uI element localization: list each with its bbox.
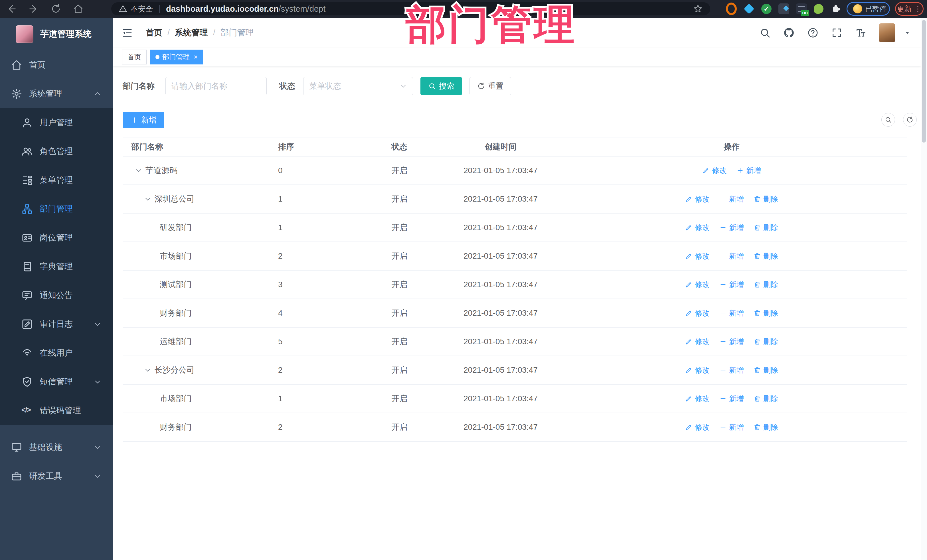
expand-row-icon[interactable] — [144, 366, 152, 374]
edit-row-link[interactable]: 修改 — [685, 365, 710, 375]
toggle-extension-icon[interactable]: on — [796, 3, 807, 14]
profile-paused-chip[interactable]: 已暂停 — [846, 2, 890, 16]
help-icon[interactable] — [807, 27, 819, 38]
sidebar-item-角色管理[interactable]: 角色管理 — [0, 137, 112, 165]
sidebar-item-错误码管理[interactable]: </>错误码管理 — [0, 396, 112, 425]
tab-部门管理[interactable]: 部门管理× — [150, 50, 203, 64]
breadcrumb-item-系统管理[interactable]: 系统管理 — [175, 27, 208, 38]
update-button[interactable]: 更新 ⋮ — [895, 2, 924, 16]
add-child-link[interactable]: 新增 — [719, 365, 744, 375]
delete-row-link[interactable]: 删除 — [754, 422, 778, 432]
sidebar-item-系统管理[interactable]: 系统管理 — [0, 79, 112, 108]
column-header-状态: 状态 — [354, 137, 445, 156]
add-child-link[interactable]: 新增 — [719, 337, 744, 347]
sidebar-item-部门管理[interactable]: 部门管理 — [0, 194, 112, 223]
browser-menu-icon[interactable]: ⋮ — [914, 5, 922, 12]
avatar-caret-icon[interactable] — [904, 29, 911, 36]
add-child-link[interactable]: 新增 — [719, 308, 744, 318]
refresh-table-button[interactable] — [903, 113, 917, 127]
sidebar-item-基础设施[interactable]: 基础设施 — [0, 433, 112, 461]
bookmark-star-icon[interactable] — [693, 4, 703, 14]
github-icon[interactable] — [783, 27, 795, 38]
address-bar[interactable]: 不安全 dashboard.yudao.iocoder.cn /system/d… — [111, 2, 710, 15]
sidebar-item-在线用户[interactable]: 在线用户 — [0, 338, 112, 367]
puzzle-extension-icon[interactable] — [830, 3, 841, 14]
back-icon[interactable] — [6, 4, 17, 14]
chevron-down-icon — [93, 378, 102, 386]
delete-row-link[interactable]: 删除 — [754, 251, 778, 261]
edit-row-link[interactable]: 修改 — [685, 223, 710, 233]
add-child-link[interactable]: 新增 — [719, 280, 744, 290]
action-label: 修改 — [695, 280, 710, 290]
tab-首页[interactable]: 首页 — [122, 50, 147, 64]
sidebar-item-通知公告[interactable]: 通知公告 — [0, 281, 112, 310]
search-button[interactable]: 搜索 — [421, 77, 462, 95]
add-child-link[interactable]: 新增 — [719, 422, 744, 432]
edit-row-link[interactable]: 修改 — [685, 394, 710, 404]
dept-name-cell: 芋道源码 — [123, 156, 275, 185]
delete-row-link[interactable]: 删除 — [754, 194, 778, 204]
edit-row-link[interactable]: 修改 — [685, 422, 710, 432]
delete-row-link[interactable]: 删除 — [754, 308, 778, 318]
sidebar-item-label: 部门管理 — [40, 203, 73, 215]
collapse-sidebar-icon[interactable] — [121, 27, 133, 39]
edit-row-link[interactable]: 修改 — [685, 308, 710, 318]
show-search-toggle-button[interactable] — [881, 113, 895, 127]
delete-row-link[interactable]: 删除 — [754, 337, 778, 347]
edit-row-link[interactable]: 修改 — [685, 280, 710, 290]
created-time-cell: 2021-01-05 17:03:47 — [445, 384, 556, 413]
font-size-icon[interactable] — [855, 27, 866, 38]
edit-icon — [685, 366, 693, 374]
green-check-extension-icon[interactable]: ✓ — [761, 4, 772, 14]
search-icon[interactable] — [759, 27, 771, 38]
sidebar-item-首页[interactable]: 首页 — [0, 50, 112, 79]
add-button[interactable]: 新增 — [123, 112, 164, 128]
fullscreen-icon[interactable] — [831, 27, 843, 38]
blue-gem-extension-icon[interactable] — [744, 3, 754, 14]
status-select[interactable]: 菜单状态 — [303, 77, 413, 95]
edit-row-link[interactable]: 修改 — [685, 251, 710, 261]
forward-icon[interactable] — [29, 4, 39, 14]
actions-cell: 修改新增删除 — [556, 242, 907, 270]
add-child-link[interactable]: 新增 — [719, 223, 744, 233]
add-child-link[interactable]: 新增 — [719, 394, 744, 404]
orange-ring-extension-icon[interactable] — [726, 3, 737, 14]
delete-row-link[interactable]: 删除 — [754, 280, 778, 290]
page-scrollbar[interactable] — [921, 18, 927, 560]
action-label: 新增 — [729, 365, 744, 375]
reload-icon[interactable] — [51, 4, 61, 14]
sidebar-item-菜单管理[interactable]: 菜单管理 — [0, 165, 112, 194]
edit-row-link[interactable]: 修改 — [702, 165, 727, 176]
delete-row-link[interactable]: 删除 — [754, 365, 778, 375]
user-avatar[interactable] — [879, 23, 895, 42]
reset-button[interactable]: 重置 — [470, 77, 511, 95]
sidebar-item-短信管理[interactable]: 短信管理 — [0, 367, 112, 396]
refresh-icon — [477, 82, 485, 90]
sidebar-item-用户管理[interactable]: 用户管理 — [0, 108, 112, 137]
dept-name-input[interactable] — [166, 77, 267, 95]
leaf-extension-icon[interactable] — [814, 4, 824, 14]
sidebar-item-研发工具[interactable]: 研发工具 — [0, 461, 112, 490]
sidebar-item-字典管理[interactable]: 字典管理 — [0, 252, 112, 281]
app-logo-row[interactable]: 芋道管理系统 — [0, 18, 112, 50]
delete-row-link[interactable]: 删除 — [754, 394, 778, 404]
add-child-link[interactable]: 新增 — [737, 165, 761, 176]
plus-icon — [130, 116, 138, 124]
scrollbar-thumb[interactable] — [922, 20, 926, 143]
expand-row-icon[interactable] — [144, 195, 152, 203]
add-child-link[interactable]: 新增 — [719, 251, 744, 261]
sidebar-item-审计日志[interactable]: 审计日志 — [0, 310, 112, 338]
grid-extension-icon[interactable] — [778, 3, 789, 14]
breadcrumb-item-首页[interactable]: 首页 — [146, 27, 162, 38]
expand-row-icon[interactable] — [135, 167, 143, 175]
dept-name-cell: 市场部门 — [123, 242, 275, 270]
delete-row-link[interactable]: 删除 — [754, 223, 778, 233]
close-tag-icon[interactable]: × — [194, 54, 198, 61]
home-nav-icon[interactable] — [73, 4, 83, 14]
add-child-link[interactable]: 新增 — [719, 194, 744, 204]
sidebar-item-岗位管理[interactable]: 岗位管理 — [0, 223, 112, 252]
action-label: 修改 — [695, 223, 710, 233]
edit-row-link[interactable]: 修改 — [685, 337, 710, 347]
edit-row-link[interactable]: 修改 — [685, 194, 710, 204]
actions-cell: 修改新增删除 — [556, 213, 907, 242]
